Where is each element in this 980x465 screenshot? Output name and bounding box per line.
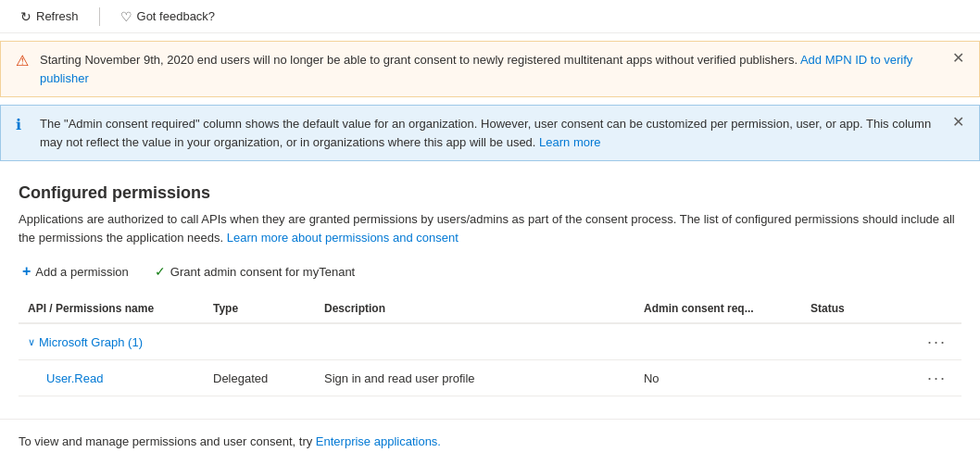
warning-banner-close[interactable]: ✕: [952, 51, 964, 66]
permission-name-link[interactable]: User.Read: [28, 371, 103, 385]
group-admin-cell: [634, 323, 801, 360]
group-actions-cell: ···: [912, 323, 961, 360]
col-header-status: Status: [801, 295, 912, 323]
table-header-row: API / Permissions name Type Description …: [19, 295, 961, 323]
group-expand-button[interactable]: ∨ Microsoft Graph (1): [28, 335, 195, 349]
action-bar: + Add a permission ✓ Grant admin consent…: [19, 259, 961, 283]
table-row: ∨ Microsoft Graph (1) ···: [19, 323, 961, 360]
add-icon: +: [22, 263, 31, 280]
group-type-cell: [204, 323, 315, 360]
warning-banner-text: Starting November 9th, 2020 end users wi…: [40, 51, 943, 87]
add-permission-label: Add a permission: [35, 265, 128, 279]
refresh-label: Refresh: [36, 9, 79, 23]
permission-actions-cell: ···: [912, 360, 961, 396]
toolbar: ↻ Refresh ♡ Got feedback?: [0, 0, 980, 33]
col-header-actions: [912, 295, 961, 323]
group-more-button[interactable]: ···: [922, 332, 952, 352]
toolbar-divider: [99, 7, 100, 26]
permission-desc-cell: Sign in and read user profile: [315, 360, 634, 396]
permission-type-cell: Delegated: [204, 360, 315, 396]
permission-admin-consent-cell: No: [634, 360, 801, 396]
group-label: Microsoft Graph (1): [39, 335, 143, 349]
section-desc: Applications are authorized to call APIs…: [19, 210, 961, 246]
chevron-down-icon: ∨: [28, 336, 35, 348]
footer: To view and manage permissions and user …: [0, 419, 980, 463]
group-desc-cell: [315, 323, 634, 360]
refresh-button[interactable]: ↻ Refresh: [15, 6, 84, 28]
check-icon: ✓: [155, 264, 166, 279]
feedback-button[interactable]: ♡ Got feedback?: [115, 6, 221, 28]
main-content: Configured permissions Applications are …: [0, 169, 980, 411]
feedback-icon: ♡: [120, 9, 132, 24]
refresh-icon: ↻: [20, 9, 31, 24]
feedback-label: Got feedback?: [137, 9, 216, 23]
permissions-learn-more-link[interactable]: Learn more about permissions and consent: [227, 231, 459, 245]
info-banner: The "Admin consent required" column show…: [0, 105, 980, 161]
group-status-cell: [801, 323, 912, 360]
info-banner-close[interactable]: ✕: [952, 115, 964, 130]
table-row: User.Read Delegated Sign in and read use…: [19, 360, 961, 396]
col-header-admin-consent: Admin consent req...: [634, 295, 801, 323]
permissions-table: API / Permissions name Type Description …: [19, 295, 961, 396]
add-permission-button[interactable]: + Add a permission: [19, 259, 132, 283]
footer-text: To view and manage permissions and user …: [19, 434, 312, 448]
grant-consent-label: Grant admin consent for myTenant: [170, 265, 355, 279]
learn-more-link[interactable]: Learn more: [539, 135, 600, 149]
warning-banner: Starting November 9th, 2020 end users wi…: [0, 41, 980, 97]
grant-consent-button[interactable]: ✓ Grant admin consent for myTenant: [151, 260, 358, 283]
section-title: Configured permissions: [19, 183, 961, 203]
info-banner-text: The "Admin consent required" column show…: [40, 115, 943, 151]
col-header-api: API / Permissions name: [19, 295, 204, 323]
permission-status-cell: [801, 360, 912, 396]
enterprise-apps-link[interactable]: Enterprise applications.: [316, 434, 441, 448]
col-header-type: Type: [204, 295, 315, 323]
group-name-cell: ∨ Microsoft Graph (1): [19, 323, 204, 360]
permission-name-cell: User.Read: [19, 360, 204, 396]
warning-icon: [16, 52, 31, 67]
col-header-desc: Description: [315, 295, 634, 323]
permission-more-button[interactable]: ···: [922, 368, 952, 388]
info-icon: [16, 116, 31, 131]
